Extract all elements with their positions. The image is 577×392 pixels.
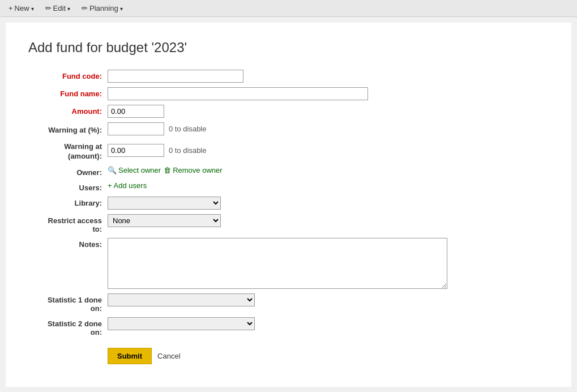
- library-row: Library:: [28, 197, 549, 210]
- library-select[interactable]: [108, 197, 221, 210]
- planning-button[interactable]: ✏ Planning: [79, 3, 126, 14]
- edit-caret-icon: [67, 4, 70, 12]
- pencil-icon: ✏: [45, 4, 52, 12]
- restrict-select[interactable]: None: [108, 214, 221, 227]
- page-title: Add fund for budget '2023': [28, 40, 549, 56]
- users-label: Users:: [28, 181, 108, 192]
- warning-amt-input[interactable]: [108, 144, 164, 157]
- warning-amt-field: 0 to disable: [108, 144, 549, 157]
- stat1-field: [108, 293, 549, 306]
- warning-pct-label: Warning at (%):: [28, 123, 108, 134]
- new-caret-icon: [31, 4, 34, 12]
- toolbar: + New ✏ Edit ✏ Planning: [0, 0, 577, 17]
- fund-code-field: [108, 70, 549, 83]
- warning-amt-row: Warning at(amount): 0 to disable: [28, 140, 549, 161]
- edit-button[interactable]: ✏ Edit: [42, 3, 73, 14]
- remove-owner-button[interactable]: 🗑 Remove owner: [164, 166, 222, 174]
- planning-caret-icon: [120, 4, 123, 12]
- fund-name-field: [108, 87, 549, 100]
- stat1-select[interactable]: [108, 293, 255, 306]
- trash-icon: 🗑: [164, 166, 171, 174]
- stat2-field: [108, 317, 549, 330]
- cancel-button[interactable]: Cancel: [157, 352, 180, 360]
- select-owner-label: Select owner: [118, 166, 161, 174]
- warning-amt-label: Warning at(amount):: [28, 140, 108, 161]
- users-row: Users: + Add users: [28, 181, 549, 192]
- form-actions: Submit Cancel: [28, 348, 549, 364]
- remove-owner-label: Remove owner: [173, 166, 222, 174]
- fund-code-label: Fund code:: [28, 70, 108, 80]
- notes-row: Notes:: [28, 238, 549, 289]
- select-owner-button[interactable]: 🔍 Select owner: [108, 166, 161, 174]
- warning-pct-input[interactable]: [108, 122, 164, 135]
- new-button[interactable]: + New: [6, 3, 37, 14]
- amount-field: [108, 105, 549, 118]
- fund-name-row: Fund name:: [28, 87, 549, 100]
- restrict-row: Restrict accessto: None: [28, 214, 549, 233]
- amount-label: Amount:: [28, 105, 108, 116]
- planning-pencil-icon: ✏: [82, 4, 88, 12]
- stat2-select[interactable]: [108, 317, 255, 330]
- restrict-label: Restrict accessto:: [28, 214, 108, 233]
- warning-amt-hint: 0 to disable: [169, 146, 207, 155]
- fund-code-input[interactable]: [108, 70, 243, 83]
- add-users-button[interactable]: + Add users: [108, 181, 147, 190]
- fund-name-input[interactable]: [108, 87, 368, 100]
- amount-input[interactable]: [108, 105, 164, 118]
- warning-pct-row: Warning at (%): 0 to disable: [28, 122, 549, 135]
- stat1-label: Statistic 1 doneon:: [28, 293, 108, 313]
- users-field: + Add users: [108, 181, 549, 190]
- submit-button[interactable]: Submit: [108, 348, 152, 364]
- stat2-row: Statistic 2 doneon:: [28, 317, 549, 336]
- notes-label: Notes:: [28, 238, 108, 249]
- edit-label: Edit: [53, 4, 66, 12]
- plus-icon: +: [108, 181, 112, 190]
- owner-row: Owner: 🔍 Select owner 🗑 Remove owner: [28, 166, 549, 177]
- owner-label: Owner:: [28, 166, 108, 177]
- library-label: Library:: [28, 197, 108, 207]
- fund-name-label: Fund name:: [28, 87, 108, 98]
- restrict-field: None: [108, 214, 549, 227]
- stat2-label: Statistic 2 doneon:: [28, 317, 108, 336]
- new-label: New: [15, 4, 29, 12]
- amount-row: Amount:: [28, 105, 549, 118]
- owner-field: 🔍 Select owner 🗑 Remove owner: [108, 166, 549, 174]
- warning-pct-hint: 0 to disable: [169, 125, 207, 133]
- add-users-label: Add users: [114, 181, 147, 190]
- plus-icon: +: [8, 4, 13, 12]
- main-content: Add fund for budget '2023' Fund code: Fu…: [6, 23, 571, 387]
- planning-label: Planning: [89, 4, 118, 12]
- stat1-row: Statistic 1 doneon:: [28, 293, 549, 313]
- library-field: [108, 197, 549, 210]
- fund-code-row: Fund code:: [28, 70, 549, 83]
- search-icon: 🔍: [108, 166, 117, 174]
- notes-textarea[interactable]: [108, 238, 447, 289]
- notes-field: [108, 238, 549, 289]
- warning-pct-field: 0 to disable: [108, 122, 549, 135]
